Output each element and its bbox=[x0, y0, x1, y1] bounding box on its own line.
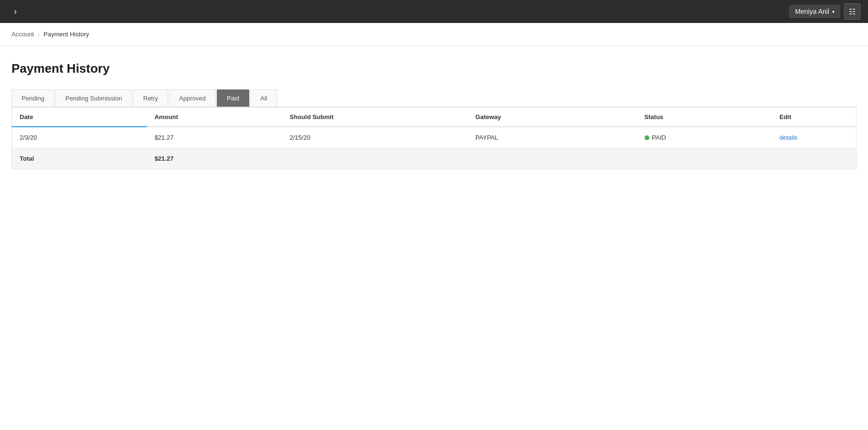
col-header-edit: Edit bbox=[772, 108, 857, 127]
chevron-right-icon: › bbox=[14, 7, 17, 17]
sidebar-toggle-button[interactable]: › bbox=[8, 4, 23, 19]
status-paid-label: PAID bbox=[652, 134, 666, 141]
col-header-date: Date bbox=[12, 108, 147, 127]
total-empty-submit bbox=[282, 148, 467, 169]
breadcrumb-account-link[interactable]: Account bbox=[11, 31, 34, 38]
cell-status: PAID bbox=[637, 127, 772, 148]
tab-pending-submission[interactable]: Pending Submission bbox=[56, 89, 133, 107]
breadcrumb: Account › Payment History bbox=[0, 23, 868, 46]
cell-should-submit: 2/15/20 bbox=[282, 127, 467, 148]
col-header-should-submit: Should Submit bbox=[282, 108, 467, 127]
cell-gateway: PAYPAL bbox=[468, 127, 637, 148]
col-header-status: Status bbox=[637, 108, 772, 127]
tab-paid[interactable]: Paid bbox=[217, 89, 249, 107]
col-header-gateway: Gateway bbox=[468, 108, 637, 127]
tab-pending[interactable]: Pending bbox=[11, 89, 55, 107]
tab-approved[interactable]: Approved bbox=[169, 89, 216, 107]
top-nav: › Meniya Anil ▾ ☷ bbox=[0, 0, 868, 23]
cell-amount: $21.27 bbox=[147, 127, 282, 148]
details-link[interactable]: details bbox=[779, 134, 798, 141]
user-dropdown-button[interactable]: Meniya Anil ▾ bbox=[789, 5, 840, 18]
calendar-icon-button[interactable]: ☷ bbox=[844, 3, 860, 20]
tabs-container: Pending Pending Submission Retry Approve… bbox=[11, 89, 857, 107]
payment-table: Date Amount Should Submit Gateway Status… bbox=[11, 107, 857, 169]
tab-retry[interactable]: Retry bbox=[133, 89, 168, 107]
total-empty-gateway bbox=[468, 148, 637, 169]
table-header-row: Date Amount Should Submit Gateway Status… bbox=[12, 108, 857, 127]
breadcrumb-separator: › bbox=[38, 31, 40, 38]
tab-all[interactable]: All bbox=[250, 89, 277, 107]
nav-right: Meniya Anil ▾ ☷ bbox=[789, 3, 860, 20]
cell-edit: details bbox=[772, 127, 857, 148]
table-total-row: Total $21.27 bbox=[12, 148, 857, 169]
col-header-amount: Amount bbox=[147, 108, 282, 127]
page-content: Payment History Pending Pending Submissi… bbox=[0, 46, 868, 185]
chevron-down-icon: ▾ bbox=[832, 9, 835, 14]
cell-date: 2/3/20 bbox=[12, 127, 147, 148]
status-paid-dot bbox=[645, 135, 649, 140]
user-name-label: Meniya Anil bbox=[795, 8, 829, 15]
breadcrumb-current: Payment History bbox=[44, 31, 89, 38]
total-label: Total bbox=[12, 148, 147, 169]
total-empty-status bbox=[637, 148, 772, 169]
total-empty-edit bbox=[772, 148, 857, 169]
page-title: Payment History bbox=[11, 61, 857, 76]
table-row: 2/3/20 $21.27 2/15/20 PAYPAL PAID detail… bbox=[12, 127, 857, 148]
calendar-icon: ☷ bbox=[849, 7, 856, 16]
total-amount: $21.27 bbox=[147, 148, 282, 169]
